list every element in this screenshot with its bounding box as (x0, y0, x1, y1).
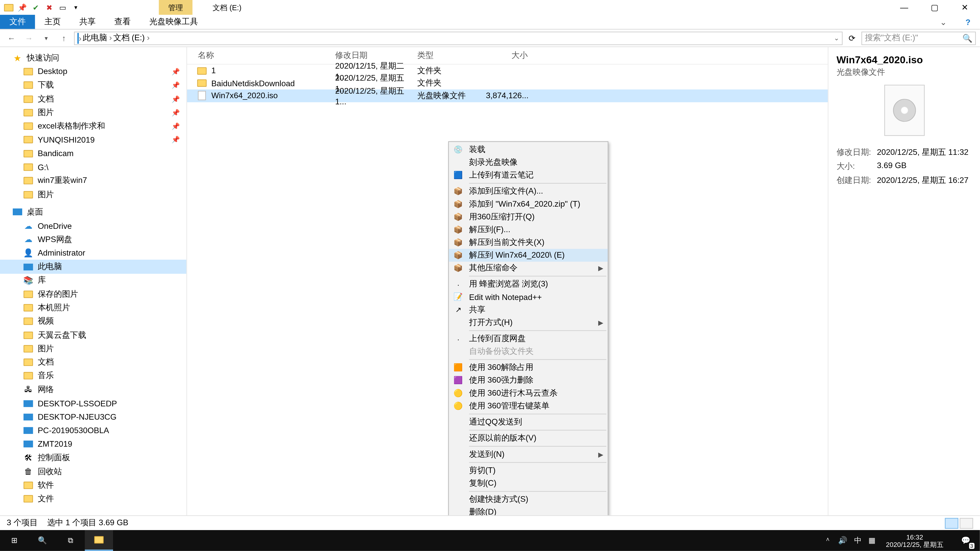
minimize-button[interactable]: — (889, 0, 919, 15)
nav-item[interactable]: ZMT2019 (0, 437, 186, 451)
menu-item[interactable]: ·上传到百度网盘 (449, 332, 608, 345)
recent-dropdown[interactable]: ▾ (39, 35, 54, 41)
maximize-button[interactable]: ▢ (919, 0, 950, 15)
tray-volume-icon[interactable]: 🔊 (838, 536, 848, 545)
menu-item[interactable]: 🟡使用 360管理右键菜单 (449, 400, 608, 412)
nav-item[interactable]: 下载📌 (0, 78, 186, 92)
ribbon-tab-share[interactable]: 共享 (70, 15, 105, 29)
back-button[interactable]: ← (4, 33, 19, 43)
menu-item[interactable]: 复制(C) (449, 477, 608, 490)
forward-button[interactable]: → (21, 33, 36, 43)
start-button[interactable]: ⊞ (0, 530, 28, 551)
nav-item[interactable]: ★快速访问 (0, 51, 186, 65)
nav-item[interactable]: ☁WPS网盘 (0, 233, 186, 246)
refresh-button[interactable]: ⟳ (845, 33, 859, 43)
nav-item[interactable]: Desktop📌 (0, 65, 186, 79)
col-type[interactable]: 类型 (417, 50, 486, 61)
file-row[interactable]: 12020/12/15, 星期二 1...文件夹 (187, 65, 828, 77)
nav-item[interactable]: 图片 (0, 188, 186, 202)
nav-item[interactable]: Bandicam (0, 147, 186, 160)
col-date[interactable]: 修改日期 (335, 50, 417, 61)
menu-item[interactable]: 📦用360压缩打开(Q) (449, 210, 608, 223)
taskbar-clock[interactable]: 16:322020/12/25, 星期五 (882, 533, 948, 548)
task-view-button[interactable]: ⧉ (57, 530, 85, 551)
menu-item[interactable]: 📦解压到(F)... (449, 223, 608, 236)
nav-item[interactable]: 本机照片 (0, 301, 186, 315)
qat-new-icon[interactable]: ▭ (58, 3, 67, 12)
qat-pin-icon[interactable]: 📌 (18, 3, 27, 12)
ribbon-tab-home[interactable]: 主页 (35, 15, 70, 29)
help-button[interactable]: ? (956, 15, 980, 29)
nav-item[interactable]: 文档 (0, 356, 186, 369)
menu-item[interactable]: 📦添加到 "Win7x64_2020.zip" (T) (449, 198, 608, 210)
nav-item[interactable]: 🛠控制面板 (0, 451, 186, 465)
nav-item[interactable]: 图片 (0, 342, 186, 356)
nav-item[interactable]: 图片📌 (0, 106, 186, 120)
menu-item[interactable]: 🟦上传到有道云笔记 (449, 169, 608, 182)
file-row[interactable]: BaiduNetdiskDownload2020/12/25, 星期五 1...… (187, 77, 828, 89)
action-center-button[interactable]: 💬3 (954, 530, 977, 551)
nav-item[interactable]: 此电脑 (0, 260, 186, 274)
nav-item[interactable]: 👤Administrator (0, 246, 186, 260)
menu-item[interactable]: 🟪使用 360强力删除 (449, 374, 608, 387)
ribbon-tab-file[interactable]: 文件 (0, 15, 35, 29)
ribbon-expand-button[interactable]: ⌄ (931, 15, 956, 29)
nav-item[interactable]: 🗑回收站 (0, 465, 186, 478)
menu-item[interactable]: 🟧使用 360解除占用 (449, 361, 608, 374)
menu-item[interactable]: ·用 蜂蜜浏览器 浏览(3) (449, 278, 608, 291)
file-row[interactable]: Win7x64_2020.iso2020/12/25, 星期五 1...光盘映像… (187, 89, 828, 102)
nav-item[interactable]: YUNQISHI2019📌 (0, 133, 186, 147)
menu-item[interactable]: 📦解压到 Win7x64_2020\ (E) (449, 249, 608, 262)
nav-item[interactable]: ☁OneDrive (0, 219, 186, 233)
col-size[interactable]: 大小 (486, 50, 533, 61)
tray-chevron-icon[interactable]: ＾ (824, 535, 832, 546)
menu-item[interactable]: 📦解压到当前文件夹(X) (449, 236, 608, 249)
path-dropdown-icon[interactable]: ⌄ (834, 34, 839, 41)
view-large-button[interactable] (959, 518, 973, 528)
menu-item[interactable]: 📦添加到压缩文件(A)... (449, 185, 608, 198)
nav-item[interactable]: 🖧网络 (0, 383, 186, 397)
qat-dropdown-icon[interactable]: ▾ (72, 3, 81, 12)
menu-item[interactable]: 📝Edit with Notepad++ (449, 291, 608, 303)
nav-item[interactable]: 文档📌 (0, 92, 186, 106)
nav-item[interactable]: 桌面 (0, 205, 186, 219)
menu-item[interactable]: 剪切(T) (449, 464, 608, 477)
search-taskbar-button[interactable]: 🔍 (28, 530, 57, 551)
close-button[interactable]: ✕ (950, 0, 980, 15)
nav-item[interactable]: DESKTOP-LSSOEDP (0, 396, 186, 410)
up-button[interactable]: ↑ (57, 33, 72, 43)
menu-item[interactable]: 📦其他压缩命令▶ (449, 262, 608, 275)
menu-item[interactable]: 🟡使用 360进行木马云查杀 (449, 387, 608, 400)
col-name[interactable]: 名称 (187, 50, 335, 61)
nav-item[interactable]: 保存的图片 (0, 287, 186, 301)
nav-item[interactable]: win7重装win7 (0, 174, 186, 188)
menu-item[interactable]: 打开方式(H)▶ (449, 316, 608, 329)
nav-item[interactable]: 文件 (0, 492, 186, 506)
search-box[interactable]: 搜索"文档 (E:)" 🔍 (861, 32, 976, 45)
menu-item[interactable]: 刻录光盘映像 (449, 156, 608, 169)
qat-close-icon[interactable]: ✖ (45, 3, 54, 12)
explorer-taskbar-button[interactable] (85, 530, 113, 551)
ribbon-tab-view[interactable]: 查看 (105, 15, 140, 29)
menu-item[interactable]: 通过QQ发送到 (449, 416, 608, 429)
nav-item[interactable]: 📚库 (0, 274, 186, 287)
menu-item[interactable]: 💿装载 (449, 143, 608, 156)
breadcrumb[interactable]: 此电脑 文档 (E:) ⌄ (74, 32, 842, 45)
crumb-pc[interactable]: 此电脑 (83, 32, 112, 44)
nav-item[interactable]: 视频 (0, 314, 186, 328)
menu-item[interactable]: 创建快捷方式(S) (449, 493, 608, 506)
qat-check-icon[interactable]: ✔ (31, 3, 40, 12)
ribbon-tab-disc-tools[interactable]: 光盘映像工具 (140, 15, 207, 29)
nav-item[interactable]: 音乐 (0, 369, 186, 383)
nav-item[interactable]: 天翼云盘下载 (0, 328, 186, 342)
view-details-button[interactable] (945, 518, 958, 528)
tray-app-icon[interactable]: ▦ (869, 536, 875, 545)
menu-item[interactable]: 发送到(N)▶ (449, 448, 608, 461)
nav-item[interactable]: PC-20190530OBLA (0, 424, 186, 437)
crumb-drive[interactable]: 文档 (E:) (113, 32, 150, 44)
menu-item[interactable]: ↗共享 (449, 303, 608, 316)
nav-item[interactable]: G:\ (0, 160, 186, 174)
tray-ime-button[interactable]: 中 (854, 535, 862, 546)
nav-item[interactable]: 软件 (0, 478, 186, 492)
menu-item[interactable]: 还原以前的版本(V) (449, 432, 608, 445)
